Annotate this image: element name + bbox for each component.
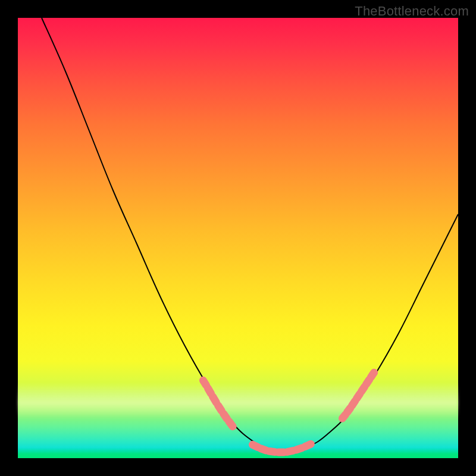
highlight-segment <box>371 372 374 377</box>
plot-area <box>18 18 458 458</box>
highlight-segment <box>287 451 293 452</box>
highlight-segment <box>253 444 258 447</box>
highlight-segment <box>203 380 206 385</box>
highlight-segment <box>305 444 311 446</box>
highlight-segment <box>361 387 364 392</box>
highlight-segment <box>261 449 267 450</box>
bottleneck-curve <box>42 18 458 453</box>
curve-layer <box>18 18 458 458</box>
watermark-text: TheBottleneck.com <box>355 4 469 19</box>
chart-stage: TheBottleneck.com <box>0 0 476 476</box>
highlight-segment <box>229 421 233 426</box>
highlight-segment <box>366 380 369 384</box>
highlight-segment <box>208 389 211 394</box>
highlight-segment <box>296 448 302 450</box>
highlight-segment <box>218 406 222 411</box>
highlight-segment <box>352 401 355 406</box>
highlight-segment <box>270 451 275 452</box>
segments-valley <box>253 444 311 452</box>
highlight-segment <box>224 414 227 418</box>
highlight-segment <box>356 394 359 399</box>
highlight-segment <box>213 397 217 403</box>
segments-left <box>203 380 233 426</box>
segments-right <box>342 372 374 418</box>
